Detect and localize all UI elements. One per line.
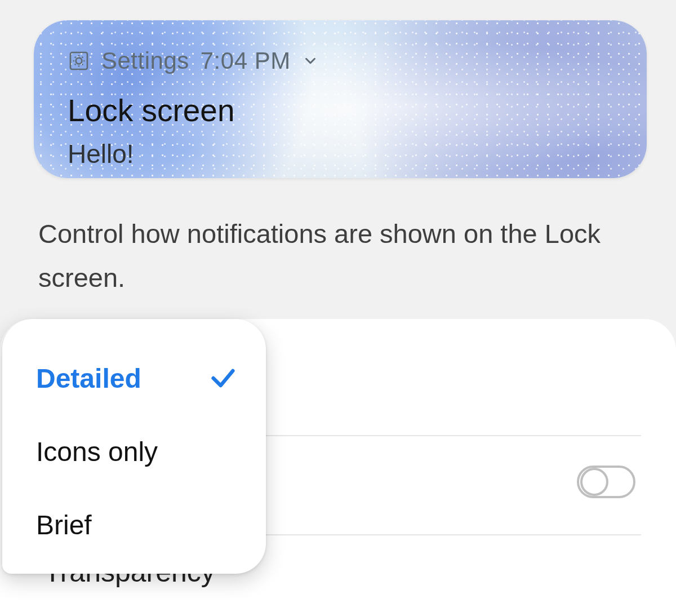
option-label: Brief	[36, 509, 92, 540]
notification-preview-card: Settings 7:04 PM Lock screen Hello!	[34, 20, 647, 178]
notification-preview-header: Settings 7:04 PM	[68, 47, 319, 74]
toggle-switch[interactable]	[577, 466, 635, 498]
notification-app-name: Settings	[101, 47, 189, 74]
option-icons-only[interactable]: Icons only	[2, 415, 266, 488]
svg-point-1	[76, 58, 82, 64]
view-style-popup: Detailed Icons only Brief	[2, 319, 266, 574]
option-label: Detailed	[36, 363, 141, 394]
settings-app-icon	[68, 50, 90, 72]
svg-rect-0	[70, 52, 87, 69]
divider	[265, 534, 641, 535]
notification-body: Hello!	[68, 139, 134, 169]
divider	[265, 435, 641, 436]
option-brief[interactable]: Brief	[2, 488, 266, 561]
option-label: Icons only	[36, 436, 158, 467]
notification-time: 7:04 PM	[201, 47, 291, 74]
check-icon	[208, 364, 238, 393]
toggle-knob	[580, 468, 608, 496]
page-description: Control how notifications are shown on t…	[38, 212, 637, 299]
option-detailed[interactable]: Detailed	[2, 342, 266, 415]
notification-title: Lock screen	[68, 92, 235, 128]
chevron-down-icon	[302, 52, 319, 69]
